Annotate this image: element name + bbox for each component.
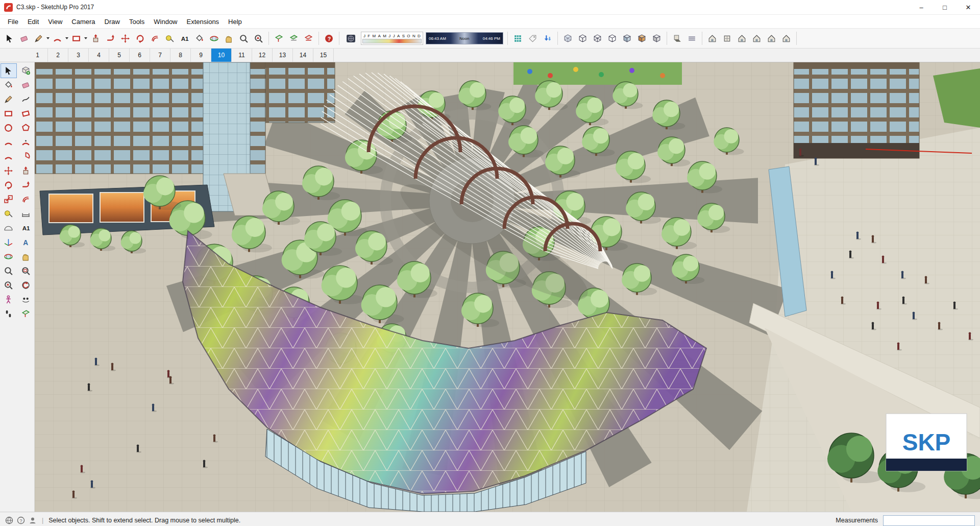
layers-panel-icon[interactable] <box>510 31 525 46</box>
shadow-month-strip[interactable]: JFMAMJJASOND <box>361 32 423 45</box>
rotated-rectangle-tool[interactable] <box>18 107 33 121</box>
scene-tab-4[interactable]: 4 <box>89 49 109 62</box>
shadow-time-strip[interactable]: 06:43 AM Noon 04:46 PM <box>426 32 503 44</box>
menu-edit[interactable]: Edit <box>23 15 43 28</box>
scene-tab-12[interactable]: 12 <box>252 49 273 62</box>
tag-icon[interactable] <box>525 31 540 46</box>
rectangle-tool[interactable] <box>1 107 16 121</box>
zoom-window-tool[interactable] <box>18 264 33 278</box>
scene-tab-8[interactable]: 8 <box>170 49 191 62</box>
dropdown-caret-icon[interactable] <box>84 37 87 39</box>
zoom-extents-tool[interactable] <box>251 31 266 46</box>
shadow-month-slider[interactable] <box>362 39 422 43</box>
arc-tool[interactable] <box>51 31 69 46</box>
text-tool[interactable]: A1 <box>177 31 192 46</box>
hidden-line-mode[interactable] <box>605 31 620 46</box>
back-view[interactable] <box>764 31 779 46</box>
menu-tools[interactable]: Tools <box>125 15 149 28</box>
scene-tab-14[interactable]: 14 <box>293 49 313 62</box>
pie-tool[interactable] <box>18 150 33 163</box>
shaded-mode[interactable] <box>620 31 634 46</box>
menu-view[interactable]: View <box>43 15 67 28</box>
menu-file[interactable]: File <box>3 15 23 28</box>
tape-measure-tool[interactable] <box>1 207 16 221</box>
shadows-toggle[interactable] <box>670 31 684 46</box>
paint-bucket-tool[interactable] <box>192 31 207 46</box>
paint-bucket-tool[interactable] <box>1 78 16 92</box>
tape-measure-tool[interactable] <box>162 31 177 46</box>
section-plane-tool[interactable] <box>272 31 286 46</box>
scene-tab-6[interactable]: 6 <box>130 49 150 62</box>
scene-tab-13[interactable]: 13 <box>273 49 293 62</box>
scene-tab-15[interactable]: 15 <box>313 49 334 62</box>
shadow-settings-button[interactable] <box>344 31 358 46</box>
circle-tool[interactable] <box>1 121 16 135</box>
iso-view[interactable] <box>705 31 720 46</box>
polygon-tool[interactable] <box>18 121 33 135</box>
zoom-extents-tool[interactable] <box>1 278 16 292</box>
position-camera-tool[interactable] <box>1 293 16 306</box>
section-plane-tool[interactable] <box>18 307 33 321</box>
zoom-tool[interactable] <box>236 31 251 46</box>
push-pull-tool[interactable] <box>18 164 33 178</box>
walk-tool[interactable] <box>1 307 16 321</box>
top-view[interactable] <box>720 31 734 46</box>
scene-tab-1[interactable]: 1 <box>28 49 48 62</box>
display-section-planes-toggle[interactable] <box>286 31 301 46</box>
menu-draw[interactable]: Draw <box>100 15 125 28</box>
minimize-button[interactable]: – <box>910 0 933 14</box>
fog-toggle[interactable] <box>684 31 699 46</box>
scene-tab-2[interactable]: 2 <box>48 49 68 62</box>
select-tool[interactable] <box>2 31 17 46</box>
maximize-button[interactable]: □ <box>933 0 957 14</box>
3d-text-tool[interactable]: A <box>18 235 33 249</box>
dropdown-caret-icon[interactable] <box>65 37 68 39</box>
menu-camera[interactable]: Camera <box>67 15 100 28</box>
left-view[interactable] <box>779 31 794 46</box>
pan-tool[interactable] <box>18 250 33 264</box>
offset-tool[interactable] <box>148 31 162 46</box>
rotate-tool[interactable] <box>1 178 16 192</box>
rectangle-tool[interactable] <box>69 31 88 46</box>
billboard-screen[interactable] <box>100 193 144 222</box>
front-view[interactable] <box>734 31 749 46</box>
building-top-right[interactable] <box>794 62 919 158</box>
three-point-arc-tool[interactable] <box>1 150 16 163</box>
orbit-tool[interactable] <box>1 250 16 264</box>
freehand-tool[interactable] <box>18 92 33 106</box>
help-icon[interactable]: ? <box>17 516 25 524</box>
menu-window[interactable]: Window <box>149 15 182 28</box>
wireframe-mode[interactable] <box>590 31 605 46</box>
back-edges-mode[interactable] <box>575 31 590 46</box>
eraser-tool[interactable] <box>18 78 33 92</box>
scene-tab-10[interactable]: 10 <box>211 49 232 62</box>
scene-tab-5[interactable]: 5 <box>109 49 130 62</box>
billboard-screen[interactable] <box>49 194 93 223</box>
orbit-tool[interactable] <box>207 31 222 46</box>
arc-tool[interactable] <box>18 135 33 149</box>
display-section-cuts-toggle[interactable] <box>301 31 316 46</box>
import-icon[interactable] <box>540 31 555 46</box>
dimension-tool[interactable] <box>18 207 33 221</box>
previous-view-tool[interactable] <box>18 278 33 292</box>
playground-strip[interactable] <box>513 62 682 85</box>
scale-tool[interactable] <box>1 193 16 206</box>
close-button[interactable]: ✕ <box>957 0 980 14</box>
move-tool[interactable] <box>118 31 133 46</box>
scene-tab-3[interactable]: 3 <box>68 49 89 62</box>
model-viewport[interactable]: SKP <box>35 62 980 512</box>
account-icon[interactable] <box>29 516 37 524</box>
eraser-tool[interactable] <box>17 31 32 46</box>
line-tool[interactable] <box>32 31 51 46</box>
dropdown-caret-icon[interactable] <box>46 37 50 39</box>
push-pull-tool[interactable] <box>88 31 103 46</box>
line-tool[interactable] <box>1 92 16 106</box>
follow-me-tool[interactable] <box>103 31 118 46</box>
offset-tool[interactable] <box>18 193 33 206</box>
protractor-tool[interactable] <box>1 221 16 235</box>
scene-tab-7[interactable]: 7 <box>150 49 170 62</box>
follow-me-tool[interactable] <box>18 178 33 192</box>
pan-tool[interactable] <box>222 31 236 46</box>
geolocation-icon[interactable] <box>5 516 13 524</box>
zoom-tool[interactable] <box>1 264 16 278</box>
